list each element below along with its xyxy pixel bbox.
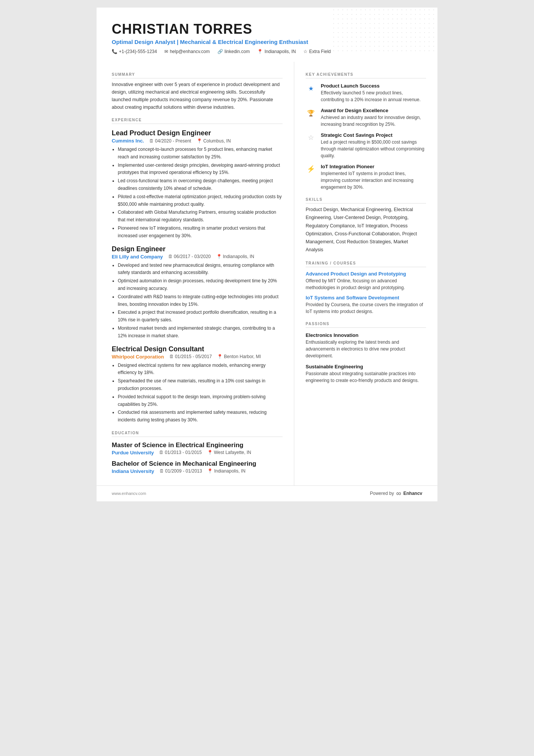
footer-website: www.enhancv.com [112,491,146,496]
achievement-title-3: Strategic Cost Savings Project [321,132,426,138]
job-location-3: 📍 Benton Harbor, MI [217,354,261,359]
edu-degree-1: Master of Science in Electrical Engineer… [112,441,283,449]
summary-section-title: SUMMARY [112,72,283,78]
contact-phone: 📞 +1-(234)-555-1234 [112,49,157,54]
bullet-item: Monitored market trends and implemented … [118,325,283,340]
achievement-content-2: Award for Design Excellence Achieved an … [321,108,426,128]
achievement-desc-2: Achieved an industry award for innovativ… [321,114,426,128]
brand-logo-icon: ∞ [396,490,401,498]
achievement-desc-3: Led a project resulting in $500,000 cost… [321,139,426,159]
pin-icon: 📍 [216,254,222,259]
edu-date-1: 🗓 01/2013 - 01/2015 [159,450,201,455]
bullet-item: Implemented user-centered design princip… [118,162,283,177]
edu-meta-2: Indiana University 🗓 01/2009 - 01/2013 📍… [112,468,283,474]
edu-location-2: 📍 Indianapolis, IN [207,468,245,474]
achievement-item-2: 🏆 Award for Design Excellence Achieved a… [306,108,426,128]
edu-school-2: Indiana University [112,468,154,474]
pin-icon: 📍 [217,354,223,359]
achievement-content-1: Product Launch Success Effectively launc… [321,83,426,103]
job-title-1: Lead Product Design Engineer [112,129,283,137]
job-meta-1: Cummins Inc. 🗓 04/2020 - Present 📍 Colum… [112,138,283,144]
edu-degree-2: Bachelor of Science in Mechanical Engine… [112,460,283,468]
bullet-item: Spearheaded the use of new materials, re… [118,377,283,393]
star-icon: ☆ [303,49,308,54]
achievement-icon-3: ☆ [306,132,316,143]
candidate-name: CHRISTIAN TORRES [112,21,422,37]
contact-location: 📍 Indianapolis, IN [257,49,296,54]
experience-section-title: EXPERIENCE [112,118,283,124]
phone-icon: 📞 [112,49,117,54]
training-desc-2: Provided by Coursera, the course covers … [306,301,426,315]
bullet-item: Coordinated with R&D teams to integrate … [118,293,283,308]
achievement-desc-4: Implemented IoT systems in product lines… [321,170,426,191]
edu-location-1: 📍 West Lafayette, IN [207,450,251,455]
training-section-title: TRAINING / COURSES [306,261,426,267]
achievement-item-4: ⚡ IoT Integration Pioneer Implemented Io… [306,164,426,191]
skills-section-title: SKILLS [306,197,426,203]
resume-footer: www.enhancv.com Powered by ∞ Enhancv [97,485,437,501]
link-icon: 🔗 [217,49,223,54]
job-company-1: Cummins Inc. [112,138,144,144]
calendar-icon: 🗓 [168,254,173,259]
job-meta-2: Eli Lilly and Company 🗓 06/2017 - 03/202… [112,254,283,260]
achievement-title-1: Product Launch Success [321,83,426,89]
contact-extra: ☆ Extra Field [303,49,331,54]
job-bullets-2: Developed and tested new pharmaceutical … [112,262,283,340]
bullet-item: Managed concept-to-launch processes for … [118,146,283,161]
achievements-section-title: KEY ACHIEVEMENTS [306,72,426,78]
achievement-content-3: Strategic Cost Savings Project Led a pro… [321,132,426,159]
job-bullets-3: Designed electrical systems for new appl… [112,362,283,424]
bullet-item: Piloted a cost-effective material optimi… [118,193,283,208]
bullet-item: Pioneered new IoT integrations, resultin… [118,225,283,240]
passion-title-1: Electronics Innovation [306,332,426,338]
pin-icon: 📍 [207,468,213,474]
passion-desc-2: Passionate about integrating sustainable… [306,370,426,384]
achievement-content-4: IoT Integration Pioneer Implemented IoT … [321,164,426,191]
candidate-title: Optimal Design Analyst | Mechanical & El… [112,39,422,45]
passions-section-title: PASSIONS [306,322,426,328]
calendar-icon: 🗓 [159,468,164,474]
bullet-item: Led cross-functional teams in overcoming… [118,177,283,193]
achievement-item-3: ☆ Strategic Cost Savings Project Led a p… [306,132,426,159]
pin-icon: 📍 [197,138,202,144]
right-column: KEY ACHIEVEMENTS ★ Product Launch Succes… [294,62,437,485]
achievement-icon-1: ★ [306,83,316,94]
skills-text: Product Design, Mechanical Engineering, … [306,206,426,254]
job-title-3: Electrical Design Consultant [112,345,283,353]
bullet-item: Developed and tested new pharmaceutical … [118,262,283,277]
achievement-icon-4: ⚡ [306,164,316,174]
training-desc-1: Offered by MIT Online, focusing on advan… [306,277,426,291]
bullet-item: Conducted risk assessments and implement… [118,409,283,424]
job-meta-3: Whirlpool Corporation 🗓 01/2015 - 05/201… [112,354,283,360]
location-icon: 📍 [257,49,263,54]
job-company-2: Eli Lilly and Company [112,254,163,260]
edu-date-2: 🗓 01/2009 - 01/2013 [159,468,202,474]
bullet-item: Executed a project that increased produc… [118,309,283,324]
calendar-icon: 🗓 [159,450,164,455]
email-icon: ✉ [164,49,168,54]
contact-linkedin: 🔗 linkedin.com [217,49,250,54]
pin-icon: 📍 [207,450,213,455]
passion-desc-1: Enthusiastically exploring the latest tr… [306,339,426,359]
footer-brand: Powered by ∞ Enhancv [370,490,422,498]
achievement-title-4: IoT Integration Pioneer [321,164,426,169]
main-content: SUMMARY Innovative engineer with over 5 … [97,62,437,485]
training-title-1: Advanced Product Design and Prototyping [306,271,426,277]
resume-document: CHRISTIAN TORRES Optimal Design Analyst … [97,8,437,501]
contact-bar: 📞 +1-(234)-555-1234 ✉ help@enhancv.com 🔗… [112,49,422,54]
achievement-icon-2: 🏆 [306,108,316,118]
resume-header: CHRISTIAN TORRES Optimal Design Analyst … [97,8,437,62]
job-location-2: 📍 Indianapolis, IN [216,254,255,259]
left-column: SUMMARY Innovative engineer with over 5 … [97,62,294,485]
calendar-icon: 🗓 [149,138,154,144]
job-bullets-1: Managed concept-to-launch processes for … [112,146,283,240]
job-date-3: 🗓 01/2015 - 05/2017 [169,354,212,359]
contact-email: ✉ help@enhancv.com [164,49,209,54]
summary-text: Innovative engineer with over 5 years of… [112,81,283,111]
bullet-item: Provided technical support to the design… [118,393,283,409]
achievement-item-1: ★ Product Launch Success Effectively lau… [306,83,426,103]
training-title-2: IoT Systems and Software Development [306,295,426,301]
edu-meta-1: Purdue University 🗓 01/2013 - 01/2015 📍 … [112,450,283,455]
job-title-2: Design Engineer [112,245,283,253]
job-date-2: 🗓 06/2017 - 03/2020 [168,254,211,259]
